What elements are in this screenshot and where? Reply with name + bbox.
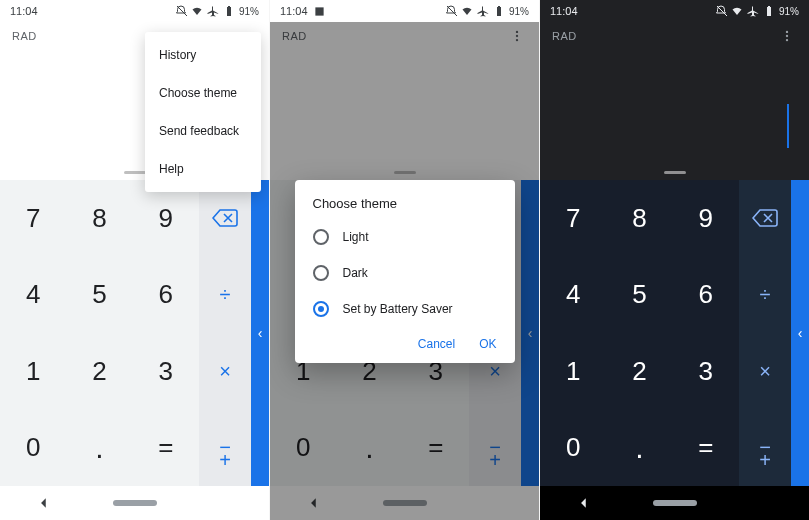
radio-icon: [313, 265, 329, 281]
status-bar: 11:04 91%: [0, 0, 269, 22]
wifi-icon: [731, 5, 743, 17]
key-equals[interactable]: =: [673, 410, 739, 487]
display-area[interactable]: [540, 50, 809, 180]
svg-point-6: [786, 39, 788, 41]
key-divide[interactable]: ÷: [739, 257, 791, 334]
key-add[interactable]: +: [739, 449, 791, 472]
key-2[interactable]: 2: [606, 333, 672, 410]
status-bar: 11:04 91%: [270, 0, 539, 22]
key-3[interactable]: 3: [673, 333, 739, 410]
dnd-icon: [445, 5, 457, 17]
key-6[interactable]: 6: [673, 257, 739, 334]
battery-percent: 91%: [239, 6, 259, 17]
dnd-icon: [175, 5, 187, 17]
key-8[interactable]: 8: [66, 180, 132, 257]
nav-home-pill[interactable]: [113, 500, 157, 506]
key-multiply[interactable]: ×: [199, 333, 251, 410]
nav-bar: [540, 486, 809, 520]
nav-bar: [0, 486, 269, 520]
wifi-icon: [191, 5, 203, 17]
key-7[interactable]: 7: [540, 180, 606, 257]
key-subtract[interactable]: −: [739, 410, 791, 487]
key-0[interactable]: 0: [540, 410, 606, 487]
calculator-light-with-menu: 11:04 91% RAD History Choose theme Send …: [0, 0, 269, 520]
nav-back-icon[interactable]: [37, 496, 51, 510]
drag-handle-icon[interactable]: [124, 171, 146, 174]
calculator-theme-dialog: 11:04 91% RAD 7 8 9 4 5 6 1 2 3 0: [269, 0, 539, 520]
theme-option-battery-saver[interactable]: Set by Battery Saver: [295, 291, 515, 327]
nav-back-icon[interactable]: [577, 496, 591, 510]
radio-icon: [313, 229, 329, 245]
wifi-icon: [461, 5, 473, 17]
drag-handle-icon[interactable]: [664, 171, 686, 174]
status-time: 11:04: [550, 5, 578, 17]
key-5[interactable]: 5: [66, 257, 132, 334]
ok-button[interactable]: OK: [479, 337, 496, 351]
angle-mode-label[interactable]: RAD: [552, 30, 577, 42]
key-9[interactable]: 9: [673, 180, 739, 257]
status-icons: 91%: [175, 5, 259, 17]
overflow-menu-button[interactable]: [777, 26, 797, 46]
key-8[interactable]: 8: [606, 180, 672, 257]
key-subtract[interactable]: −: [199, 410, 251, 487]
key-decimal[interactable]: .: [66, 410, 132, 487]
battery-percent: 91%: [779, 6, 799, 17]
key-divide[interactable]: ÷: [199, 257, 251, 334]
key-6[interactable]: 6: [133, 257, 199, 334]
overflow-menu: History Choose theme Send feedback Help: [145, 32, 261, 192]
choose-theme-dialog: Choose theme Light Dark Set by Battery S…: [295, 180, 515, 363]
key-7[interactable]: 7: [0, 180, 66, 257]
keypad: 7 8 9 4 5 6 1 2 3 0 . = ÷ × − ‹: [0, 180, 269, 486]
key-4[interactable]: 4: [540, 257, 606, 334]
svg-point-4: [786, 31, 788, 33]
key-equals[interactable]: =: [133, 410, 199, 487]
status-icons: 91%: [715, 5, 799, 17]
key-decimal[interactable]: .: [606, 410, 672, 487]
key-1[interactable]: 1: [0, 333, 66, 410]
cancel-button[interactable]: Cancel: [418, 337, 455, 351]
key-0[interactable]: 0: [0, 410, 66, 487]
numeric-pad: 7 8 9 4 5 6 1 2 3 0 . =: [0, 180, 199, 486]
dialog-actions: Cancel OK: [295, 327, 515, 355]
advanced-panel-handle[interactable]: ‹: [251, 180, 269, 486]
status-icons: 91%: [445, 5, 529, 17]
theme-option-light[interactable]: Light: [295, 219, 515, 255]
app-header: RAD: [540, 22, 809, 50]
theme-option-dark[interactable]: Dark: [295, 255, 515, 291]
menu-item-choose-theme[interactable]: Choose theme: [145, 74, 261, 112]
key-2[interactable]: 2: [66, 333, 132, 410]
theme-option-label: Dark: [343, 266, 368, 280]
backspace-icon: [212, 209, 238, 227]
airplane-icon: [477, 5, 489, 17]
chevron-left-icon: ‹: [258, 325, 263, 341]
svg-point-5: [786, 35, 788, 37]
nav-home-pill[interactable]: [653, 500, 697, 506]
screenshot-icon: [314, 6, 325, 17]
battery-percent: 91%: [509, 6, 529, 17]
battery-icon: [493, 5, 505, 17]
chevron-left-icon: ‹: [798, 325, 803, 341]
status-bar: 11:04 91%: [540, 0, 809, 22]
key-3[interactable]: 3: [133, 333, 199, 410]
radio-checked-icon: [313, 301, 329, 317]
calculator-dark: 11:04 91% RAD 7 8 9 4 5 6 1 2 3 0 .: [539, 0, 809, 520]
keypad: 7 8 9 4 5 6 1 2 3 0 . = ÷ × − ‹: [540, 180, 809, 486]
angle-mode-label[interactable]: RAD: [12, 30, 37, 42]
key-add[interactable]: +: [199, 449, 251, 472]
airplane-icon: [747, 5, 759, 17]
advanced-panel-handle[interactable]: ‹: [791, 180, 809, 486]
airplane-icon: [207, 5, 219, 17]
theme-option-label: Set by Battery Saver: [343, 302, 453, 316]
menu-item-history[interactable]: History: [145, 36, 261, 74]
key-backspace[interactable]: [739, 180, 791, 257]
key-5[interactable]: 5: [606, 257, 672, 334]
numeric-pad: 7 8 9 4 5 6 1 2 3 0 . =: [540, 180, 739, 486]
svg-rect-0: [315, 7, 323, 15]
operator-column: ÷ × −: [739, 180, 791, 486]
key-1[interactable]: 1: [540, 333, 606, 410]
key-multiply[interactable]: ×: [739, 333, 791, 410]
key-4[interactable]: 4: [0, 257, 66, 334]
menu-item-send-feedback[interactable]: Send feedback: [145, 112, 261, 150]
menu-item-help[interactable]: Help: [145, 150, 261, 188]
status-time: 11:04: [10, 5, 38, 17]
